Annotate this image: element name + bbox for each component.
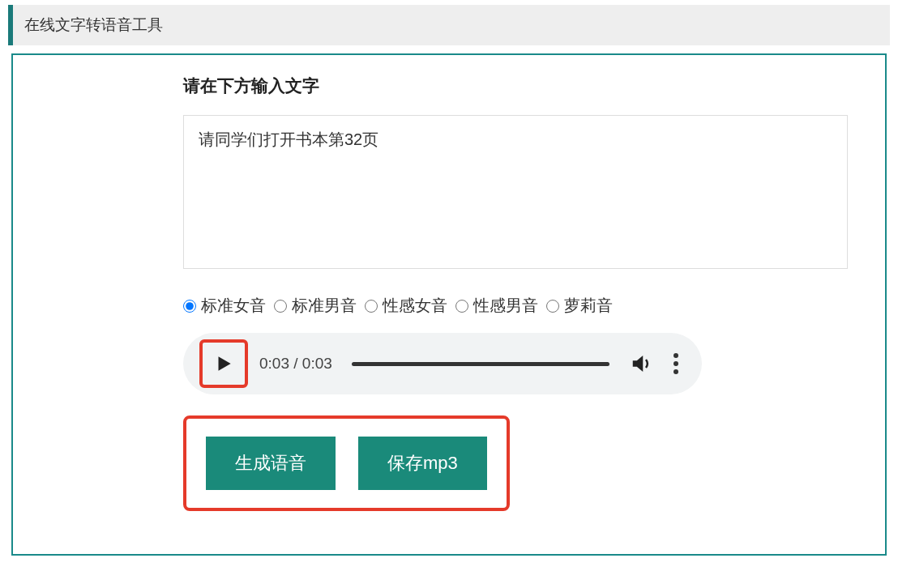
voice-label: 萝莉音 <box>564 295 613 317</box>
more-icon <box>674 369 678 374</box>
speaker-icon <box>630 352 654 376</box>
play-button[interactable] <box>206 346 242 381</box>
main-panel: 请在下方输入文字 标准女音 标准男音 性感女音 性感男音 萝莉音 <box>11 53 887 556</box>
time-display: 0:03 / 0:03 <box>259 355 332 373</box>
voice-radio-loli[interactable] <box>546 300 559 313</box>
voice-label: 标准女音 <box>201 295 266 317</box>
input-label: 请在下方输入文字 <box>183 75 866 97</box>
voice-radio-sexy-male[interactable] <box>455 300 468 313</box>
more-icon <box>674 361 678 366</box>
voice-radio-standard-male[interactable] <box>274 300 287 313</box>
save-mp3-button[interactable]: 保存mp3 <box>358 437 487 490</box>
voice-option-sexy-male[interactable]: 性感男音 <box>455 295 538 317</box>
voice-radio-sexy-female[interactable] <box>365 300 378 313</box>
text-input[interactable] <box>183 115 848 269</box>
voice-label: 标准男音 <box>292 295 357 317</box>
page-title: 在线文字转语音工具 <box>24 16 163 33</box>
voice-label: 性感男音 <box>473 295 538 317</box>
action-buttons-highlight: 生成语音 保存mp3 <box>183 415 510 511</box>
page-header: 在线文字转语音工具 <box>8 5 890 45</box>
voice-options-group: 标准女音 标准男音 性感女音 性感男音 萝莉音 <box>183 295 866 317</box>
play-button-highlight <box>199 339 248 388</box>
voice-option-loli[interactable]: 萝莉音 <box>546 295 613 317</box>
generate-audio-button[interactable]: 生成语音 <box>206 437 336 490</box>
more-options-button[interactable] <box>666 351 686 377</box>
more-icon <box>674 353 678 358</box>
volume-button[interactable] <box>629 351 655 377</box>
voice-option-standard-male[interactable]: 标准男音 <box>274 295 357 317</box>
voice-label: 性感女音 <box>383 295 447 317</box>
play-icon <box>213 353 234 374</box>
voice-radio-standard-female[interactable] <box>183 300 196 313</box>
audio-player: 0:03 / 0:03 <box>183 333 702 394</box>
voice-option-standard-female[interactable]: 标准女音 <box>183 295 266 317</box>
progress-slider[interactable] <box>352 362 609 366</box>
voice-option-sexy-female[interactable]: 性感女音 <box>365 295 447 317</box>
